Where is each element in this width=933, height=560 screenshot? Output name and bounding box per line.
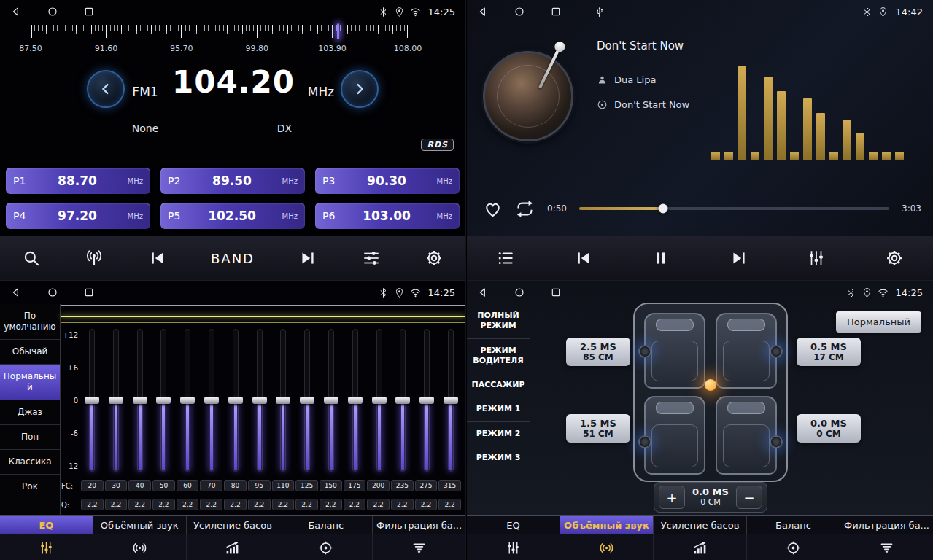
back-icon[interactable]: [10, 287, 22, 298]
eq-band-slider[interactable]: [249, 329, 270, 472]
eq-band-slider[interactable]: [130, 329, 150, 472]
home-icon[interactable]: [47, 6, 58, 18]
eq-preset-classic[interactable]: Классика: [0, 450, 60, 475]
delay-increase-button[interactable]: +: [659, 486, 685, 509]
slider-handle[interactable]: [180, 397, 195, 404]
preset-button-p1[interactable]: P1 88.70 MHz: [6, 168, 150, 194]
slider-handle[interactable]: [348, 397, 363, 404]
eq-band-slider[interactable]: [369, 329, 390, 472]
tab-balance[interactable]: Баланс: [279, 516, 373, 534]
scan-search-icon[interactable]: [22, 249, 41, 268]
mode-full[interactable]: ПОЛНЫЙ РЕЖИМ: [467, 304, 530, 339]
back-icon[interactable]: [10, 6, 22, 18]
settings-gear-icon[interactable]: [425, 249, 444, 268]
slider-handle[interactable]: [276, 397, 290, 404]
bass-boost-tab-icon[interactable]: [187, 534, 280, 560]
slider-handle[interactable]: [228, 397, 243, 404]
eq-preset-jazz[interactable]: Джаз: [0, 400, 60, 425]
home-icon[interactable]: [514, 6, 525, 18]
eq-band-slider[interactable]: [417, 329, 437, 472]
eq-band-slider[interactable]: [297, 329, 317, 472]
tab-surround[interactable]: Объёмный звук: [560, 516, 654, 534]
pause-icon[interactable]: [651, 249, 670, 268]
band-button[interactable]: BAND: [211, 251, 255, 266]
mode-passenger[interactable]: ПАССАЖИР: [467, 373, 530, 397]
preset-button-p3[interactable]: P3 90.30 MHz: [315, 168, 460, 194]
delay-front-right[interactable]: 0.5 MS 17 CM: [797, 338, 861, 366]
eq-band-slider[interactable]: [82, 329, 102, 472]
slider-handle[interactable]: [372, 397, 387, 404]
tab-filter[interactable]: Фильтрация ба...: [373, 516, 465, 534]
surround-tab-icon[interactable]: [93, 534, 187, 560]
tab-surround[interactable]: Объёмный звук: [93, 516, 187, 534]
favorite-heart-icon[interactable]: [483, 199, 503, 219]
tab-balance[interactable]: Баланс: [747, 516, 840, 534]
frequency-scale[interactable]: 87.50 91.60 95.70 99.80 103.90 108.00: [0, 23, 465, 61]
slider-handle[interactable]: [133, 397, 147, 404]
slider-handle[interactable]: [252, 397, 267, 404]
preset-button-p6[interactable]: P6 103.00 MHz: [315, 203, 460, 229]
tab-bass-boost[interactable]: Усиление басов: [187, 516, 280, 534]
slider-handle[interactable]: [444, 397, 458, 404]
balance-tab-icon[interactable]: [279, 534, 373, 560]
filter-tab-icon[interactable]: [840, 534, 933, 560]
eq-preset-default[interactable]: По умолчанию: [0, 304, 60, 340]
eq-band-slider[interactable]: [106, 329, 126, 472]
eq-band-slider[interactable]: [225, 329, 246, 472]
mode-driver[interactable]: РЕЖИМ ВОДИТЕЛЯ: [467, 339, 530, 374]
previous-station-icon[interactable]: [148, 249, 167, 268]
slider-handle[interactable]: [300, 397, 314, 404]
back-icon[interactable]: [477, 287, 489, 298]
mode-1[interactable]: РЕЖИМ 1: [467, 397, 530, 421]
recents-icon[interactable]: [83, 287, 95, 298]
delay-rear-right[interactable]: 0.0 MS 0 CM: [797, 414, 861, 443]
progress-bar[interactable]: [579, 207, 889, 210]
recents-icon[interactable]: [83, 6, 95, 18]
repeat-icon[interactable]: [515, 199, 535, 219]
preset-button-p4[interactable]: P4 97.20 MHz: [6, 203, 150, 229]
bass-boost-tab-icon[interactable]: [654, 534, 747, 560]
recents-icon[interactable]: [550, 6, 562, 18]
preset-button-p2[interactable]: P2 89.50 MHz: [160, 168, 305, 194]
eq-preset-rock[interactable]: Рок: [0, 475, 60, 499]
audio-sliders-icon[interactable]: [362, 249, 381, 268]
eq-preset-normal[interactable]: Нормальный: [0, 365, 60, 400]
tab-eq[interactable]: EQ: [0, 516, 93, 534]
previous-track-icon[interactable]: [574, 249, 593, 268]
surround-tab-icon[interactable]: [560, 534, 654, 560]
settings-gear-icon[interactable]: [885, 249, 904, 268]
slider-handle[interactable]: [419, 397, 434, 404]
eq-band-slider[interactable]: [177, 329, 198, 472]
mode-3[interactable]: РЕЖИМ 3: [467, 446, 530, 470]
tab-eq[interactable]: EQ: [467, 516, 560, 534]
eq-tab-icon[interactable]: [467, 534, 560, 560]
tab-filter[interactable]: Фильтрация ба...: [840, 516, 933, 534]
next-track-icon[interactable]: [729, 249, 748, 268]
eq-band-slider[interactable]: [201, 329, 222, 472]
sound-preset-button[interactable]: Нормальный: [836, 311, 921, 332]
eq-band-slider[interactable]: [273, 329, 293, 472]
eq-band-slider[interactable]: [345, 329, 365, 472]
slider-handle[interactable]: [204, 397, 219, 404]
mixer-faders-icon[interactable]: [807, 249, 826, 268]
slider-handle[interactable]: [156, 397, 171, 404]
progress-thumb[interactable]: [658, 204, 667, 214]
eq-preset-custom[interactable]: Обычай: [0, 340, 60, 365]
mode-2[interactable]: РЕЖИМ 2: [467, 422, 530, 446]
delay-decrease-button[interactable]: −: [736, 486, 762, 509]
eq-tab-icon[interactable]: [0, 534, 93, 560]
eq-preset-pop[interactable]: Поп: [0, 425, 60, 450]
broadcast-antenna-icon[interactable]: [85, 249, 104, 268]
back-icon[interactable]: [477, 6, 489, 18]
eq-band-slider[interactable]: [441, 329, 461, 472]
balance-tab-icon[interactable]: [747, 534, 840, 560]
next-station-icon[interactable]: [298, 249, 317, 268]
slider-handle[interactable]: [395, 397, 410, 404]
home-icon[interactable]: [47, 287, 58, 298]
playlist-icon[interactable]: [496, 249, 515, 268]
recents-icon[interactable]: [550, 287, 562, 298]
tab-bass-boost[interactable]: Усиление басов: [654, 516, 747, 534]
slider-handle[interactable]: [109, 397, 123, 404]
home-icon[interactable]: [514, 287, 525, 298]
slider-handle[interactable]: [85, 397, 99, 404]
